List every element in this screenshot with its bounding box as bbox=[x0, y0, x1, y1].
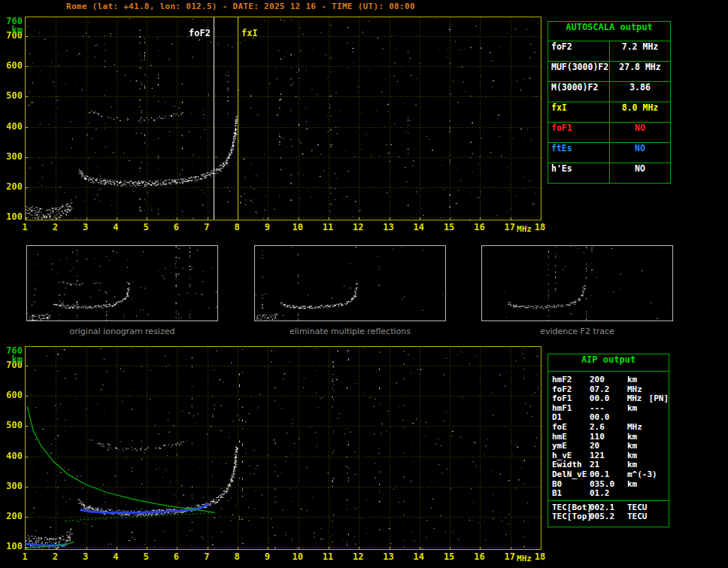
aip-param-value: 110 bbox=[590, 432, 627, 442]
aip-param-value: 200 bbox=[590, 375, 627, 384]
aip-param-name: Ewidth bbox=[548, 460, 590, 469]
aip-param-value: 00.0 bbox=[590, 412, 627, 422]
aip-row-TEC-top: TEC[Top] 005.2 TECU bbox=[548, 512, 669, 521]
aip-row-B1: B1 01.2 bbox=[548, 488, 669, 498]
aip-param-unit: MHz bbox=[627, 393, 649, 403]
thumbnail-caption: eliminate multiple reflections bbox=[254, 327, 446, 336]
aip-param-name: B0 bbox=[548, 479, 590, 489]
aip-row-hmF2: hmF2 200 km bbox=[548, 375, 669, 384]
autoscala-row-label: h'Es bbox=[548, 163, 610, 183]
x-tick-label: 12 bbox=[350, 222, 366, 232]
aip-param-value: 00.0 bbox=[590, 393, 627, 403]
aip-row-foE: foE 2.6 MHz bbox=[548, 422, 669, 432]
aip-row-B0: B0 035.0 km bbox=[548, 479, 669, 489]
x-tick-label: 4 bbox=[108, 551, 123, 562]
y-tick-label: 500 bbox=[2, 420, 23, 430]
aip-param-name: foF2 bbox=[548, 384, 590, 394]
aip-param-note bbox=[649, 512, 669, 521]
x-tick-label: 2 bbox=[47, 222, 62, 232]
aip-param-note bbox=[649, 503, 669, 512]
aip-row-h_vE: h_vE 121 km bbox=[548, 451, 669, 460]
y-axis-unit-label: km bbox=[2, 25, 23, 35]
aip-param-note bbox=[649, 422, 669, 432]
aip-param-unit: km bbox=[627, 441, 649, 451]
ionogram-canvas-measured bbox=[26, 17, 541, 220]
aip-param-note bbox=[649, 384, 669, 394]
aip-param-value: 01.2 bbox=[590, 488, 627, 498]
aip-row-DelN_vE: DelN_vE 00.1 m^(-3) bbox=[548, 469, 669, 479]
aip-param-value: --- bbox=[590, 403, 627, 413]
autoscala-row-label: foF1 bbox=[548, 123, 610, 142]
autoscala-row-m3000f2: M(3000)F2 3.86 bbox=[548, 82, 670, 102]
aip-row-TEC-bot: TEC[Bot] 002.1 TECU bbox=[548, 503, 669, 512]
aip-param-note bbox=[649, 441, 669, 451]
aip-param-value: 002.1 bbox=[590, 503, 627, 512]
aip-tec-separator: TEC[Bot] 002.1 TECU TEC[Top] 005.2 TECU bbox=[548, 500, 669, 521]
autoscala-row-label: foF2 bbox=[548, 41, 610, 61]
ionogram-canvas-profile bbox=[26, 347, 541, 549]
autoscala-row-ftEs: ftEs NO bbox=[548, 143, 670, 163]
thumbnail-canvas bbox=[482, 246, 672, 320]
aip-row-foF2: foF2 07.2 MHz bbox=[548, 384, 669, 394]
y-axis-unit-label: km bbox=[2, 354, 23, 365]
y-tick-label: 500 bbox=[2, 90, 23, 101]
ionogram-plot-profile bbox=[25, 346, 541, 550]
autoscala-row-value: NO bbox=[610, 123, 670, 142]
thumbnail-eliminate-reflections bbox=[254, 245, 446, 321]
thumbnail-canvas bbox=[255, 246, 445, 320]
x-tick-label: 5 bbox=[138, 551, 153, 562]
y-tick-label: 600 bbox=[2, 390, 23, 400]
aip-param-unit: km bbox=[627, 403, 649, 413]
autoscala-output-table: AUTOSCALA output foF2 7.2 MHz MUF(3000)F… bbox=[548, 21, 671, 184]
aip-param-unit bbox=[627, 488, 649, 498]
aip-param-unit: TECU bbox=[627, 512, 649, 521]
y-tick-label: 400 bbox=[2, 451, 23, 461]
autoscala-table-title: AUTOSCALA output bbox=[548, 22, 670, 41]
aip-row-hmF1: hmF1 --- km bbox=[548, 403, 669, 413]
x-tick-label: 2 bbox=[47, 551, 62, 562]
aip-output-table: AIP output hmF2 200 km foF2 07.2 MHz foF… bbox=[548, 354, 669, 527]
x-tick-label: 3 bbox=[78, 222, 93, 232]
y-tick-label: 100 bbox=[2, 211, 23, 222]
x-tick-label: 6 bbox=[168, 222, 184, 232]
aip-param-note: [PN] bbox=[649, 393, 669, 403]
aip-param-value: 035.0 bbox=[590, 479, 627, 489]
aip-row-D1: D1 00.0 bbox=[548, 412, 669, 422]
page-title: Rome (lat: +41.8, lon: 012.5) - DATE: 20… bbox=[66, 2, 415, 11]
x-tick-label: 7 bbox=[199, 222, 214, 232]
autoscala-row-value: 3.86 bbox=[610, 82, 670, 102]
aip-param-name: D1 bbox=[548, 412, 590, 422]
aip-param-value: 20 bbox=[590, 441, 627, 451]
aip-param-name: DelN_vE bbox=[548, 469, 590, 479]
aip-table-body: hmF2 200 km foF2 07.2 MHz foF1 00.0 MHz … bbox=[548, 372, 669, 521]
y-tick-label: 200 bbox=[2, 511, 23, 521]
aip-row-foF1: foF1 00.0 MHz [PN] bbox=[548, 393, 669, 403]
x-tick-label: 9 bbox=[259, 551, 275, 562]
thumbnail-caption: original ionogram resized bbox=[26, 327, 218, 336]
autoscala-row-label: MUF(3000)F2 bbox=[548, 62, 610, 81]
x-tick-label: 8 bbox=[229, 222, 244, 232]
aip-param-note bbox=[649, 469, 669, 479]
autoscala-row-value: NO bbox=[610, 163, 670, 183]
aip-param-unit: km bbox=[627, 451, 649, 460]
aip-param-note bbox=[649, 412, 669, 422]
aip-param-unit: km bbox=[627, 479, 649, 489]
x-tick-label: 11 bbox=[320, 551, 335, 562]
aip-param-note bbox=[649, 432, 669, 442]
autoscala-row-fxI: fxI 8.0 MHz bbox=[548, 102, 670, 123]
aip-param-unit: TECU bbox=[627, 503, 649, 512]
x-tick-label: 16 bbox=[472, 222, 487, 232]
aip-param-name: TEC[Top] bbox=[548, 512, 590, 521]
x-axis-unit-label: MHz bbox=[511, 554, 537, 563]
aip-param-name: h_vE bbox=[548, 451, 590, 460]
aip-table-title: AIP output bbox=[548, 354, 669, 372]
thumbnail-evidence-f2-trace bbox=[481, 245, 673, 321]
x-tick-label: 4 bbox=[108, 222, 123, 232]
aip-row-Ewidth: Ewidth 21 km bbox=[548, 460, 669, 469]
y-tick-label: 300 bbox=[2, 481, 23, 491]
x-tick-label: 7 bbox=[199, 551, 214, 562]
aip-param-value: 07.2 bbox=[590, 384, 627, 394]
x-axis-unit-label: MHz bbox=[511, 224, 537, 234]
aip-param-note bbox=[649, 488, 669, 498]
autoscala-row-foF1: foF1 NO bbox=[548, 123, 670, 143]
